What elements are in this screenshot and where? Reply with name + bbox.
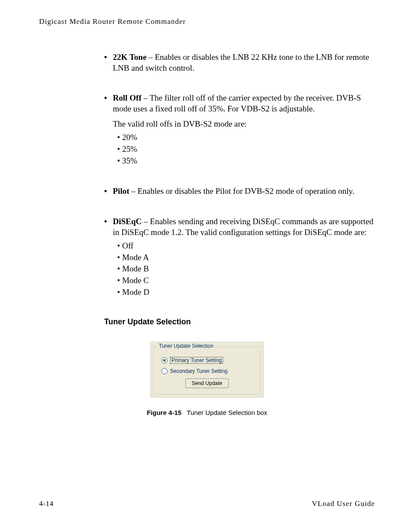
radio-primary-label: Primary Tuner Setting (170, 357, 223, 364)
sub-list-item: 35% (117, 155, 375, 167)
radio-icon (161, 357, 168, 363)
sub-list-item: Mode C (117, 275, 375, 287)
term-roll-off: Roll Off (113, 93, 141, 102)
groupbox-title: Tuner Update Selection (157, 343, 215, 349)
send-update-button[interactable]: Send Update (185, 379, 229, 388)
tuner-update-selection-panel: Tuner Update Selection Primary Tuner Set… (150, 342, 264, 398)
body-text: – Enables sending and receiving DiSEqC c… (113, 217, 374, 237)
radio-secondary-label: Secondary Tuner Setting (170, 368, 227, 374)
sub-list-item: 25% (117, 144, 375, 155)
sub-list-item: Mode B (117, 263, 375, 275)
figure-caption: Figure 4-15 Tuner Update Selection box (39, 409, 375, 416)
list-item: 22K Tone – Enables or disables the LNB 2… (104, 52, 375, 73)
main-content: 22K Tone – Enables or disables the LNB 2… (104, 52, 375, 298)
body-text: – Enables or disables the LNB 22 KHz ton… (113, 52, 369, 72)
radio-secondary-tuner[interactable]: Secondary Tuner Setting (161, 368, 255, 374)
running-header: Digicast Media Router Remote Commander (39, 17, 375, 26)
list-item: Roll Off – The filter roll off of the ca… (104, 93, 375, 166)
tuner-update-groupbox: Tuner Update Selection Primary Tuner Set… (153, 346, 261, 395)
page-number: 4-14 (39, 499, 53, 508)
sub-list-item: Mode A (117, 252, 375, 264)
sub-list-item: Off (117, 240, 375, 252)
body-text: – The filter roll off of the carrier exp… (113, 93, 361, 113)
term-pilot: Pilot (113, 186, 129, 196)
body-text: – Enables or disables the Pilot for DVB-… (129, 186, 355, 196)
term-diseqc: DiSEqC (113, 217, 142, 226)
sub-intro-text: The valid roll offs in DVB-S2 mode are: (113, 119, 375, 130)
figure-caption-text: Tuner Update Selection box (187, 409, 267, 416)
section-heading: Tuner Update Selection (104, 317, 375, 326)
guide-title: VLoad User Guide (312, 499, 375, 508)
list-item: DiSEqC – Enables sending and receiving D… (104, 216, 375, 298)
sub-list-item: 20% (117, 132, 375, 144)
radio-primary-tuner[interactable]: Primary Tuner Setting (161, 357, 255, 364)
term-22k-tone: 22K Tone (113, 52, 147, 62)
list-item: Pilot – Enables or disables the Pilot fo… (104, 186, 375, 197)
figure-number: Figure 4-15 (147, 409, 181, 416)
radio-icon (161, 368, 168, 374)
sub-list-item: Mode D (117, 287, 375, 298)
